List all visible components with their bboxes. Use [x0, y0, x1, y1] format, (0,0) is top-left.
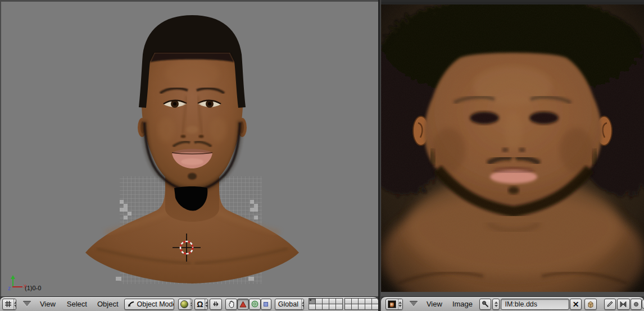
dot-icon: [634, 302, 638, 307]
bowtie-icon: [619, 301, 627, 308]
uv-editor-header: View Image ✕: [381, 296, 644, 311]
head-model-render: x z: [1, 2, 378, 296]
blue-square-icon: [264, 302, 268, 307]
manipulator-widget-button[interactable]: [210, 299, 222, 310]
blend-mode-button[interactable]: [617, 299, 630, 310]
green-circle-icon: [251, 300, 258, 308]
viewport-status-text: (1)0-0: [25, 285, 41, 291]
layer-cell[interactable]: [335, 304, 343, 310]
image-name-field[interactable]: [501, 299, 569, 310]
stepper[interactable]: [190, 299, 193, 309]
svg-text:z: z: [8, 285, 11, 291]
menu-view[interactable]: View: [425, 300, 443, 308]
pin-icon: [482, 300, 489, 308]
hand-icon: [228, 300, 235, 308]
editor-type-select[interactable]: [2, 299, 16, 310]
stepper[interactable]: [205, 299, 207, 309]
manipulator-hand-toggle[interactable]: [225, 299, 237, 310]
header-drag-pill[interactable]: [642, 299, 644, 309]
menu-object[interactable]: Object: [96, 300, 120, 308]
manipulator-rotate-toggle[interactable]: [249, 299, 261, 310]
blender-window: x z (1)0-0 View Select Object: [0, 0, 644, 311]
stepper[interactable]: [301, 299, 304, 309]
menu-view[interactable]: View: [39, 300, 57, 308]
pin-image-button[interactable]: [479, 299, 491, 310]
stepper[interactable]: [13, 299, 16, 309]
image-browse-stepper[interactable]: [492, 299, 500, 310]
mode-select[interactable]: Object Mode: [124, 299, 174, 310]
pivot-select[interactable]: Ω: [194, 299, 208, 310]
triangle-down-icon[interactable]: [410, 301, 418, 307]
orientation-select[interactable]: Global: [275, 299, 304, 310]
grid-icon: [4, 300, 12, 308]
menu-image[interactable]: Image: [451, 300, 474, 308]
image-editor-icon: [388, 300, 396, 308]
viewport-3d[interactable]: x z (1)0-0: [0, 0, 378, 296]
draw-type-select[interactable]: [178, 299, 193, 310]
triangle-down-icon[interactable]: [23, 301, 31, 307]
red-triangle-icon: [239, 301, 247, 308]
panel-uv-image-editor: View Image ✕: [381, 0, 644, 311]
manipulator-scale-toggle[interactable]: [261, 299, 271, 310]
dot-toggle-button[interactable]: [631, 299, 642, 310]
axis-indicator: x z: [8, 275, 26, 291]
clear-image-button[interactable]: ✕: [570, 299, 581, 310]
sphere-icon: [180, 300, 188, 308]
layer-buttons[interactable]: [309, 299, 378, 310]
manipulator-translate-toggle[interactable]: [237, 299, 249, 310]
stepper[interactable]: [398, 299, 402, 309]
viewport-header: View Select Object Object Mode Ω: [0, 296, 378, 311]
menu-select[interactable]: Select: [66, 300, 88, 308]
package-icon: [587, 300, 595, 308]
object-mode-icon: [128, 300, 135, 308]
rotation-pivot-icon: Ω: [197, 300, 203, 308]
paint-mode-button[interactable]: [604, 299, 616, 310]
pack-image-button[interactable]: [584, 299, 597, 310]
texture-image: [381, 2, 644, 296]
pencil-icon: [606, 300, 614, 308]
layer-cell[interactable]: [371, 304, 379, 310]
editor-type-select[interactable]: [386, 299, 403, 310]
panel-3d-view: x z (1)0-0 View Select Object: [0, 0, 378, 311]
translate-arrows-icon: [212, 301, 220, 307]
uv-image-canvas[interactable]: [381, 0, 644, 296]
